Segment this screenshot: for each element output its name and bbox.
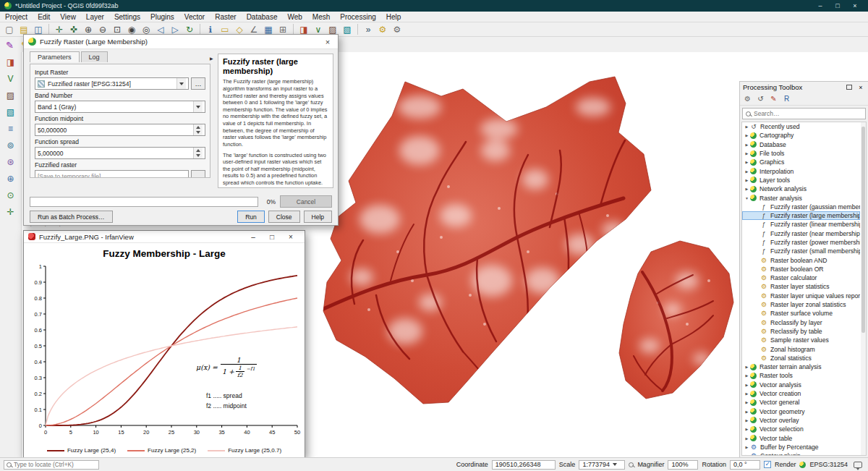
toolbox-undock-icon[interactable] <box>846 85 852 90</box>
spinner-arrows-icon[interactable] <box>193 124 203 135</box>
menu-edit[interactable]: Edit <box>33 13 55 21</box>
new-shapefile-layer-icon[interactable]: ✛ <box>4 205 17 218</box>
chevron-collapsed-icon[interactable]: ▶ <box>744 391 750 396</box>
band-combo[interactable]: Band 1 (Gray) <box>35 101 205 113</box>
toolbox-history-icon[interactable]: ↺ <box>755 93 766 104</box>
add-mesh-layer-icon[interactable]: ▧ <box>341 23 354 36</box>
add-mesh-layer-icon[interactable]: ▧ <box>4 106 17 119</box>
chevron-collapsed-icon[interactable]: ▶ <box>744 187 750 191</box>
toolbox-item[interactable]: ⚙Raster calculator <box>742 273 860 282</box>
toolbox-item[interactable]: ⚙Zonal histogram <box>742 344 860 353</box>
toolbox-item[interactable]: ▶Network analysis <box>742 184 860 193</box>
toolbox-item[interactable]: ⚙Sample raster values <box>742 336 860 344</box>
spread-spinbox[interactable]: 5,000000 <box>35 147 205 159</box>
toolbox-item[interactable]: ▶File tools <box>742 149 860 158</box>
window-close-button[interactable]: × <box>846 2 864 9</box>
toolbox-item[interactable]: ▶⚙Contour plugin <box>742 451 860 456</box>
chevron-collapsed-icon[interactable]: ▶ <box>744 124 750 129</box>
window-maximize-button[interactable]: □ <box>829 2 846 9</box>
locate-input[interactable] <box>14 461 96 468</box>
toolbox-item[interactable]: ▶Vector general <box>742 398 860 407</box>
chevron-collapsed-icon[interactable]: ▶ <box>744 143 750 147</box>
chevron-collapsed-icon[interactable]: ▶ <box>744 445 750 449</box>
chevron-collapsed-icon[interactable]: ▶ <box>744 418 750 423</box>
chevron-collapsed-icon[interactable]: ▶ <box>744 400 750 404</box>
magnifier-value[interactable]: 100% <box>668 460 698 470</box>
menu-raster[interactable]: Raster <box>210 13 241 21</box>
toolbox-item[interactable]: ▼Raster analysis <box>742 193 860 202</box>
tab-parameters[interactable]: Parameters <box>30 51 80 62</box>
output-file-input[interactable]: [Save to temporary file] <box>35 170 189 178</box>
toolbox-item[interactable]: ⚙Raster boolean OR <box>742 265 860 273</box>
menu-database[interactable]: Database <box>242 13 283 21</box>
crs-icon[interactable] <box>799 462 806 468</box>
toolbox-item[interactable]: ▶⚙Buffer by Percentage <box>742 443 860 451</box>
menu-vector[interactable]: Vector <box>179 13 210 21</box>
toolbox-item[interactable]: ⚙Reclassify by table <box>742 327 860 336</box>
toolbox-item[interactable]: ƒFuzzify raster (power membership) <box>742 238 860 247</box>
menu-mesh[interactable]: Mesh <box>307 13 335 21</box>
toolbox-item[interactable]: ▶Vector table <box>742 433 860 442</box>
toolbox-item[interactable]: ▶Cartography <box>742 131 860 140</box>
irfanview-maximize-button[interactable]: □ <box>263 233 281 241</box>
toolbox-edit-icon[interactable]: ✎ <box>768 93 779 104</box>
chevron-collapsed-icon[interactable]: ▶ <box>744 151 750 156</box>
chevron-collapsed-icon[interactable]: ▶ <box>744 169 750 174</box>
python-console-icon[interactable]: » <box>362 23 375 36</box>
output-browse-button[interactable]: … <box>191 170 205 178</box>
toolbox-item[interactable]: ▶Raster terrain analysis <box>742 362 860 371</box>
close-button[interactable]: Close <box>268 211 300 223</box>
toolbox-item[interactable]: ⚙Zonal statistics <box>742 354 860 362</box>
toolbox-item[interactable]: ƒFuzzify raster (near membership) <box>742 229 860 238</box>
menu-plugins[interactable]: Plugins <box>145 13 179 21</box>
add-wms-icon[interactable]: ⊕ <box>4 172 17 185</box>
rotation-value[interactable]: 0,0 ° <box>730 460 760 470</box>
toolbox-item[interactable]: ▶Graphics <box>742 158 860 166</box>
render-checkbox[interactable] <box>764 461 771 468</box>
chevron-collapsed-icon[interactable]: ▶ <box>744 373 750 378</box>
add-spatialite-icon[interactable]: ⊛ <box>4 156 17 169</box>
toolbox-wrench-icon[interactable]: ⚙ <box>742 93 753 104</box>
scale-combo[interactable]: 1:773794 <box>579 460 625 470</box>
chevron-collapsed-icon[interactable]: ▶ <box>744 427 750 431</box>
help-button[interactable]: Help <box>304 211 332 223</box>
collapse-arrow-icon[interactable]: ▶ <box>210 56 213 61</box>
chevron-expanded-icon[interactable]: ▼ <box>744 196 750 200</box>
irfanview-minimize-button[interactable]: – <box>244 233 263 241</box>
spinner-arrows-icon[interactable] <box>193 148 203 158</box>
scrollbar-thumb[interactable] <box>861 127 865 333</box>
chevron-collapsed-icon[interactable]: ▶ <box>744 410 750 414</box>
menu-processing[interactable]: Processing <box>335 13 380 21</box>
messages-icon[interactable] <box>854 462 862 468</box>
add-vector-layer-icon[interactable]: V <box>4 72 17 85</box>
toolbox-item[interactable]: ▶Database <box>742 140 860 149</box>
toolbox-search-input[interactable] <box>754 110 862 117</box>
open-data-source-manager-icon[interactable]: ◨ <box>4 56 17 69</box>
epsg-label[interactable]: EPSG:31254 <box>809 461 848 468</box>
toolbox-scrollbar[interactable] <box>861 122 866 455</box>
toolbox-item[interactable]: ▶Vector overlay <box>742 416 860 425</box>
chevron-collapsed-icon[interactable]: ▶ <box>744 383 750 387</box>
menu-layer[interactable]: Layer <box>81 13 109 21</box>
toolbox-item[interactable]: ƒFuzzify raster (gaussian membership) <box>742 203 860 211</box>
dialog-close-button[interactable]: × <box>322 38 333 46</box>
add-wfs-icon[interactable]: ⊙ <box>4 189 17 202</box>
toolbox-item[interactable]: ƒFuzzify raster (linear membership) <box>742 220 860 229</box>
chevron-collapsed-icon[interactable]: ▶ <box>744 160 750 164</box>
toolbox-r-icon[interactable]: R <box>781 93 792 104</box>
toolbox-item[interactable]: ▶Layer tools <box>742 176 860 184</box>
chevron-collapsed-icon[interactable]: ▶ <box>744 365 750 369</box>
add-raster-layer-icon[interactable]: ▨ <box>4 89 17 102</box>
toolbox-item[interactable]: ▶Interpolation <box>742 166 860 175</box>
add-postgis-icon[interactable]: ⊚ <box>4 139 17 152</box>
toolbox-item[interactable]: ▶Vector creation <box>742 389 860 398</box>
processing-toolbox-icon[interactable]: ⚙ <box>376 23 389 36</box>
irfanview-close-button[interactable]: × <box>281 233 300 241</box>
coordinate-value[interactable]: 190510,266348 <box>492 460 556 470</box>
chevron-collapsed-icon[interactable]: ▶ <box>744 454 750 456</box>
toolbox-item[interactable]: ƒFuzzify raster (large membership) <box>742 211 860 220</box>
toolbox-item[interactable]: ▶Vector selection <box>742 425 860 433</box>
menu-project[interactable]: Project <box>0 13 33 21</box>
toolbox-item[interactable]: ▶Raster tools <box>742 371 860 380</box>
run-button[interactable]: Run <box>237 211 265 223</box>
